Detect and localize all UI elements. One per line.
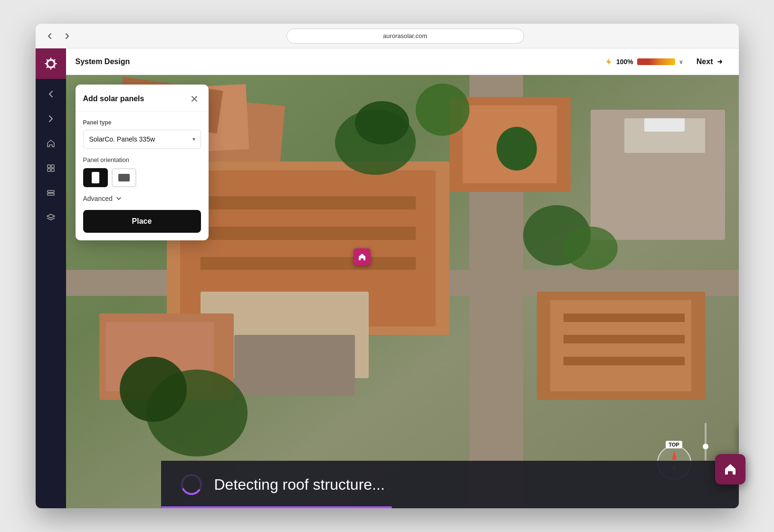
external-home-icon xyxy=(723,462,738,477)
svg-rect-3 xyxy=(51,165,54,168)
orientation-buttons xyxy=(83,168,201,187)
sidebar-grid-button[interactable] xyxy=(39,157,62,180)
panel-type-select-wrapper: SolarCo. Panels 335w SolarCo. Panels 400… xyxy=(83,130,201,149)
landscape-icon xyxy=(118,174,130,181)
spinner-svg xyxy=(180,473,203,496)
sidebar xyxy=(36,48,66,508)
advanced-chevron-icon xyxy=(115,195,122,202)
loading-spinner xyxy=(180,473,203,496)
sidebar-layers-button[interactable] xyxy=(39,206,62,229)
compass-north-arrow xyxy=(672,450,677,460)
svg-rect-5 xyxy=(51,169,54,171)
modal-body: Panel type SolarCo. Panels 335w SolarCo.… xyxy=(76,112,209,240)
loading-text: Detecting roof structure... xyxy=(214,476,385,494)
energy-bar xyxy=(637,58,675,65)
svg-rect-2 xyxy=(48,165,50,168)
sidebar-back-button[interactable] xyxy=(39,83,62,105)
loading-progress-bar xyxy=(161,506,392,508)
top-bar: System Design 100% ∨ Next xyxy=(66,48,739,75)
sidebar-panels-button[interactable] xyxy=(39,181,62,204)
add-solar-panels-modal: Add solar panels Panel type SolarCo. Pan… xyxy=(76,85,209,240)
svg-rect-4 xyxy=(48,169,50,171)
annex-1 xyxy=(234,335,355,396)
browser-back-button[interactable] xyxy=(43,29,57,43)
place-button[interactable]: Place xyxy=(83,210,201,233)
modal-close-button[interactable] xyxy=(188,92,201,105)
roof-ridge-r2 xyxy=(564,335,685,343)
next-label: Next xyxy=(697,57,713,66)
orientation-portrait-button[interactable] xyxy=(83,168,108,187)
roof-ridge-r3 xyxy=(564,357,685,365)
svg-point-9 xyxy=(180,473,203,496)
energy-dropdown-button[interactable]: ∨ xyxy=(679,58,683,65)
lightning-icon xyxy=(605,58,612,66)
home-marker-icon xyxy=(357,252,367,262)
advanced-section: Advanced xyxy=(83,195,201,202)
orientation-section: Panel orientation xyxy=(83,156,201,187)
panel-type-select[interactable]: SolarCo. Panels 335w SolarCo. Panels 400… xyxy=(83,130,201,149)
svg-rect-7 xyxy=(48,193,54,195)
tree-6 xyxy=(564,227,617,270)
modal-title: Add solar panels xyxy=(83,95,144,103)
browser-nav-buttons xyxy=(43,29,74,43)
roof-ridge-1 xyxy=(201,196,416,209)
top-bar-right: 100% ∨ Next xyxy=(605,54,729,70)
portrait-icon xyxy=(92,172,99,183)
vehicle-white xyxy=(644,118,685,131)
sidebar-icons xyxy=(39,79,62,508)
next-arrow-icon xyxy=(716,58,724,66)
close-icon xyxy=(191,95,198,103)
tree-1b xyxy=(355,101,409,144)
tree-4b xyxy=(120,357,187,422)
energy-indicator: 100% ∨ xyxy=(605,58,683,66)
advanced-toggle-button[interactable]: Advanced xyxy=(83,195,122,202)
orientation-label: Panel orientation xyxy=(83,156,201,163)
logo-icon xyxy=(43,56,58,71)
loading-overlay: Detecting roof structure... xyxy=(161,461,739,508)
panel-type-label: Panel type xyxy=(83,119,201,126)
browser-address-bar[interactable]: aurorasolar.com xyxy=(287,28,524,44)
roof-ridge-r1 xyxy=(564,314,685,322)
sidebar-forward-button[interactable] xyxy=(39,107,62,130)
roof-ridge-3 xyxy=(201,257,416,270)
browser-window: aurorasolar.com xyxy=(36,24,739,508)
browser-forward-button[interactable] xyxy=(60,29,74,43)
browser-chrome: aurorasolar.com xyxy=(36,24,739,48)
svg-rect-6 xyxy=(48,190,54,192)
tree-3 xyxy=(416,84,469,135)
external-home-button[interactable] xyxy=(715,454,745,484)
energy-percent: 100% xyxy=(616,58,633,66)
sidebar-logo xyxy=(36,48,66,79)
main-area: System Design 100% ∨ Next xyxy=(66,48,739,508)
next-button[interactable]: Next xyxy=(691,54,729,70)
page-title: System Design xyxy=(76,57,605,66)
zoom-slider-thumb[interactable] xyxy=(703,444,708,449)
app-layout: System Design 100% ∨ Next xyxy=(36,48,739,508)
map-home-marker[interactable] xyxy=(354,248,371,266)
zoom-slider[interactable] xyxy=(705,423,707,461)
roof-ridge-2 xyxy=(201,227,416,239)
tree-5 xyxy=(497,127,537,170)
modal-header: Add solar panels xyxy=(76,85,209,112)
svg-point-1 xyxy=(48,61,54,66)
sidebar-home-button[interactable] xyxy=(39,132,62,155)
url-text: aurorasolar.com xyxy=(383,32,427,39)
advanced-label: Advanced xyxy=(83,195,113,202)
map-container: TOP Add solar panels xyxy=(66,75,739,508)
orientation-landscape-button[interactable] xyxy=(112,168,136,187)
compass-top-label: TOP xyxy=(666,441,682,448)
